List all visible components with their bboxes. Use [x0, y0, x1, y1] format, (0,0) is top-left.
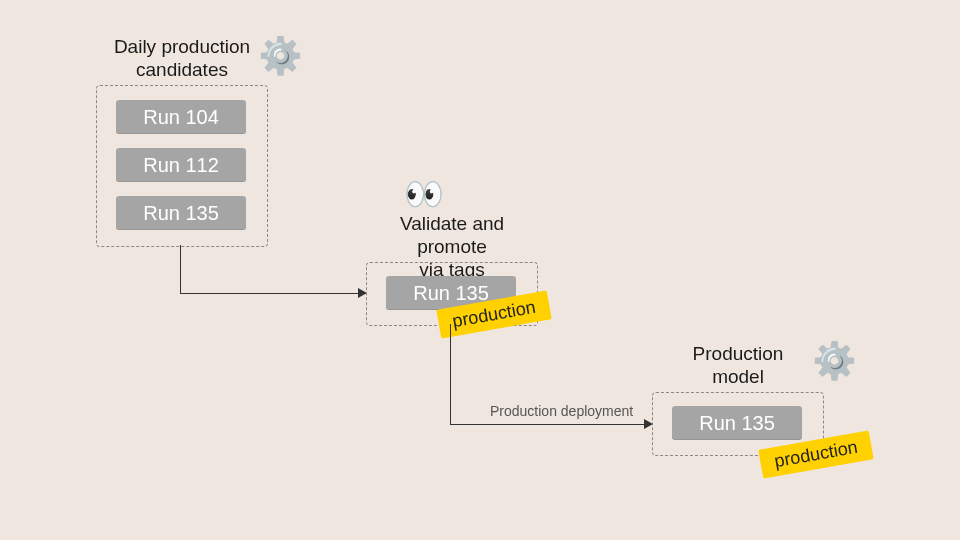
eyes-icon: 👀: [404, 178, 444, 210]
candidate-run: Run 135: [116, 196, 246, 230]
production-title: Production model: [653, 343, 823, 389]
validate-title: Validate and promote via tags: [367, 213, 537, 281]
candidate-run: Run 104: [116, 100, 246, 134]
deployment-caption: Production deployment: [490, 403, 633, 419]
gear-icon: ⚙️: [258, 38, 303, 74]
candidates-title: Daily production candidates: [97, 36, 267, 82]
production-run: Run 135: [672, 406, 802, 440]
candidate-run: Run 112: [116, 148, 246, 182]
gear-icon: ⚙️: [812, 343, 857, 379]
diagram-canvas: Daily production candidates ⚙️ Run 104 R…: [0, 0, 960, 540]
arrow-candidates-to-validate: [180, 245, 361, 294]
